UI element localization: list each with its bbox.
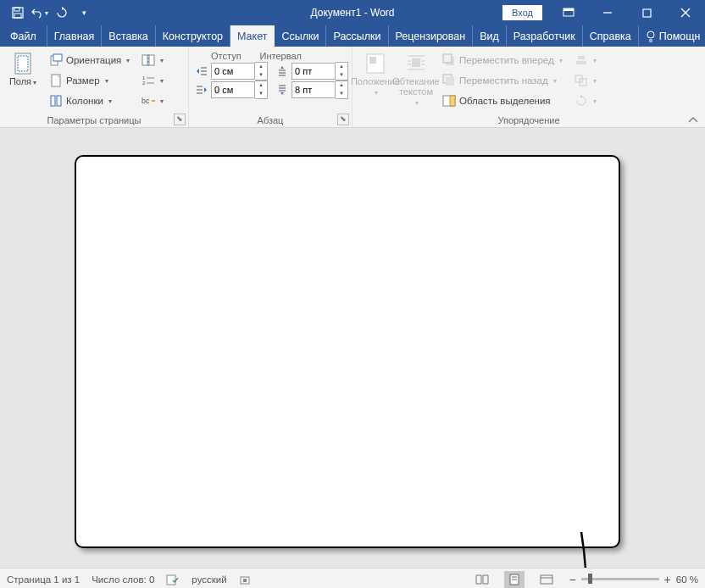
- indent-left-icon: [196, 65, 208, 77]
- dialog-launcher-paragraph[interactable]: ⬊: [337, 114, 349, 125]
- close-icon: [680, 8, 691, 18]
- lightbulb-icon: [646, 31, 656, 42]
- group-label-page-setup: Параметры страницы: [5, 114, 183, 127]
- web-layout-button[interactable]: [536, 571, 557, 588]
- group-paragraph: Отступ Интервал ▲▼ ▲▼ ▲▼: [189, 47, 352, 127]
- tab-file[interactable]: Файл: [0, 25, 47, 47]
- tab-insert[interactable]: Вставка: [102, 25, 155, 47]
- maximize-icon: [642, 8, 652, 18]
- status-language[interactable]: русский: [192, 574, 226, 585]
- send-backward-icon: [442, 74, 456, 87]
- document-area[interactable]: [0, 128, 705, 568]
- hyphenation-icon: bc: [142, 95, 155, 107]
- zoom-in-button[interactable]: +: [664, 573, 671, 586]
- macro-icon: [239, 574, 251, 585]
- group-page-setup: Поля▾ Ориентация▾ Размер▾ Колонки▾ ▾ 12: [0, 47, 189, 127]
- breaks-button[interactable]: ▾: [138, 51, 167, 69]
- selection-pane-button[interactable]: Область выделения: [439, 92, 566, 110]
- undo-button[interactable]: ▾: [31, 3, 49, 22]
- status-word-count[interactable]: Число слов: 0: [92, 574, 154, 585]
- rotate-button: ▾: [571, 92, 600, 110]
- line-numbers-button[interactable]: 12▾: [138, 71, 167, 90]
- tab-references[interactable]: Ссылки: [275, 25, 326, 47]
- indent-right-field[interactable]: [211, 81, 255, 98]
- save-button[interactable]: [8, 3, 27, 22]
- close-button[interactable]: [666, 0, 705, 25]
- read-mode-button[interactable]: [472, 571, 492, 588]
- indent-right-icon: [196, 84, 208, 96]
- collapse-ribbon-button[interactable]: [688, 117, 698, 124]
- ribbon: Поля▾ Ориентация▾ Размер▾ Колонки▾ ▾ 12: [0, 47, 705, 128]
- margins-button[interactable]: Поля▾: [5, 51, 41, 88]
- svg-rect-15: [53, 54, 62, 61]
- macro-button[interactable]: [239, 574, 251, 585]
- dialog-launcher-page-setup[interactable]: ⬊: [174, 114, 186, 125]
- margins-label: Поля: [9, 76, 31, 86]
- selection-pane-label: Область выделения: [459, 96, 551, 106]
- space-after-icon: [276, 84, 288, 96]
- svg-rect-47: [541, 575, 552, 584]
- chevron-down-icon: ▾: [375, 89, 378, 97]
- svg-rect-37: [578, 56, 585, 59]
- zoom-out-button[interactable]: −: [569, 573, 575, 586]
- group-arrange: Положение▾ Обтекание текстом▾ Переместит…: [352, 47, 705, 127]
- print-layout-icon: [508, 574, 520, 585]
- indent-left-field[interactable]: [211, 63, 255, 80]
- chevron-down-icon: ▾: [108, 97, 112, 105]
- space-after-input[interactable]: ▲▼: [275, 81, 348, 98]
- status-page[interactable]: Страница 1 из 1: [7, 574, 80, 585]
- svg-rect-36: [450, 96, 455, 106]
- zoom-slider-thumb[interactable]: [588, 574, 592, 584]
- web-layout-icon: [540, 574, 553, 585]
- group-objects-button: ▾: [571, 71, 600, 90]
- zoom-slider[interactable]: [581, 578, 659, 580]
- chevron-down-icon: ▾: [160, 57, 164, 64]
- ribbon-tabs: Файл Главная Вставка Конструктор Макет С…: [0, 25, 705, 47]
- selection-pane-icon: [442, 94, 456, 108]
- tab-mailings[interactable]: Рассылки: [326, 25, 388, 47]
- qat-customize[interactable]: ▾: [75, 3, 93, 22]
- space-before-field[interactable]: [291, 63, 336, 80]
- proofing-icon: [166, 574, 180, 585]
- columns-button[interactable]: Колонки▾: [46, 92, 133, 110]
- orientation-button[interactable]: Ориентация▾: [46, 51, 133, 69]
- indent-left-input[interactable]: ▲▼: [194, 63, 268, 80]
- tab-developer[interactable]: Разработчик: [507, 25, 583, 47]
- tab-home[interactable]: Главная: [47, 25, 103, 47]
- tell-me[interactable]: Помощн: [639, 25, 705, 47]
- tab-help[interactable]: Справка: [583, 25, 639, 47]
- chevron-down-icon: ▾: [33, 79, 36, 86]
- svg-rect-30: [412, 58, 420, 67]
- zoom-level[interactable]: 60 %: [676, 574, 698, 585]
- ribbon-options-button[interactable]: [549, 0, 588, 25]
- size-button[interactable]: Размер▾: [46, 71, 133, 90]
- maximize-button[interactable]: [627, 0, 666, 25]
- wrap-icon: [406, 53, 426, 75]
- space-after-field[interactable]: [291, 81, 336, 98]
- position-button: Положение▾: [358, 51, 393, 98]
- indent-right-input[interactable]: ▲▼: [194, 81, 268, 98]
- tab-design[interactable]: Конструктор: [156, 25, 230, 47]
- svg-rect-2: [14, 14, 21, 18]
- chevron-down-icon: ▾: [105, 77, 108, 85]
- tab-review[interactable]: Рецензирован: [389, 25, 474, 47]
- proofing-button[interactable]: [166, 574, 180, 585]
- minimize-button[interactable]: [588, 0, 627, 25]
- chevron-down-icon: ▾: [160, 77, 164, 85]
- svg-rect-6: [643, 9, 651, 17]
- print-layout-button[interactable]: [504, 571, 525, 588]
- chevron-down-icon: ▾: [45, 9, 48, 17]
- document-page[interactable]: [75, 155, 620, 548]
- tab-layout[interactable]: Макет: [230, 25, 275, 47]
- space-before-input[interactable]: ▲▼: [275, 63, 348, 80]
- hyphenation-button[interactable]: bc▾: [138, 92, 167, 110]
- group-label-paragraph: Абзац: [194, 114, 347, 127]
- chevron-down-icon: ▾: [593, 97, 597, 105]
- signin-button[interactable]: Вход: [502, 5, 542, 20]
- tab-view[interactable]: Вид: [473, 25, 507, 47]
- space-before-icon: [276, 65, 288, 77]
- svg-rect-38: [576, 61, 586, 64]
- quick-access-toolbar: ▾ ▾: [0, 3, 93, 22]
- redo-button[interactable]: [53, 3, 71, 22]
- send-backward-button: Переместить назад▾: [439, 71, 566, 90]
